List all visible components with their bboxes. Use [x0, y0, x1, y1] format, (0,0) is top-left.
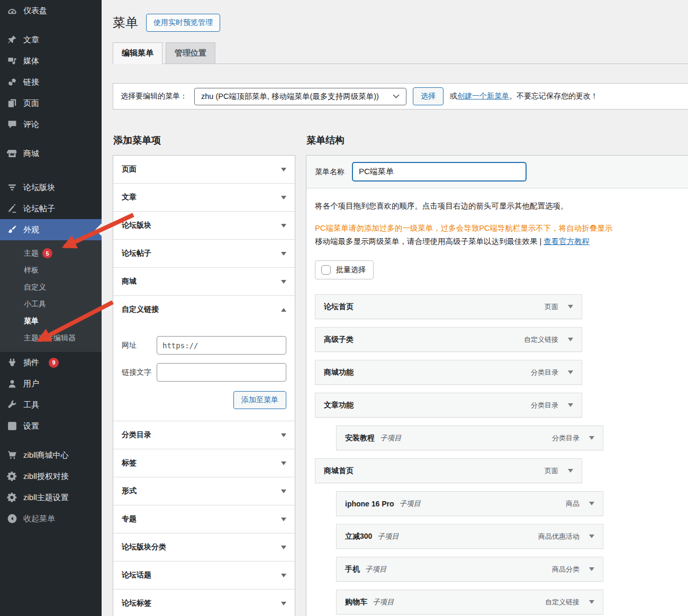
admin-sidebar-nav: 仪表盘文章媒体链接页面评论商城论坛版块论坛帖子外观主题5样板自定义小工具菜单主题… [0, 0, 102, 529]
menu-item-bar[interactable]: 文章功能分类目录 [315, 393, 582, 418]
menu-item-label: 手机 [345, 565, 360, 574]
triangle-down-icon[interactable] [589, 600, 594, 604]
menu-item-bar[interactable]: 商城功能分类目录 [315, 360, 582, 385]
sidebar-submenu-item-customize[interactable]: 自定义 [0, 279, 102, 296]
collapse-icon [7, 513, 17, 524]
menu-name-input[interactable] [352, 162, 527, 182]
accordion-section-label: 分类目录 [122, 430, 151, 440]
sidebar-item-posts[interactable]: 文章 [0, 29, 102, 50]
accordion-section-collapsed[interactable]: 文章 [113, 183, 295, 211]
triangle-down-icon [281, 518, 286, 521]
bulk-select-toggle[interactable]: 批量选择 [315, 260, 374, 279]
sidebar-submenu-item-widgets[interactable]: 小工具 [0, 296, 102, 313]
sidebar-item-label: 工具 [23, 400, 39, 410]
menus-columns: 添加菜单项 页面文章论坛版块论坛帖子商城自定义链接网址链接文字添加至菜单分类目录… [113, 134, 688, 616]
menu-item-bar[interactable]: iphone 16 Pro子项目商品 [336, 491, 603, 516]
sidebar-item-zibll-theme-settings[interactable]: zibll主题设置 [0, 487, 102, 508]
triangle-down-icon[interactable] [568, 305, 573, 309]
accordion-section-collapsed[interactable]: 商城 [113, 267, 295, 295]
sidebar-item-label: 仪表盘 [23, 5, 47, 16]
sidebar-item-users[interactable]: 用户 [0, 373, 102, 394]
sidebar-item-label: 插件 [23, 357, 39, 368]
accordion-section-label: 论坛帖子 [122, 249, 151, 258]
tab-edit-menus[interactable]: 编辑菜单 [113, 42, 162, 64]
menu-select-bar: 选择要编辑的菜单： zhu (PC端顶部菜单, 移动端菜单(最多支持两级菜单))… [113, 83, 688, 110]
menu-item-bar[interactable]: 商城首页页面 [315, 458, 582, 483]
sidebar-item-label: 页面 [23, 98, 39, 108]
menu-select-dropdown[interactable]: zhu (PC端顶部菜单, 移动端菜单(最多支持两级菜单)) [194, 88, 406, 105]
menu-items-list: 论坛首页页面高级子类自定义链接商城功能分类目录文章功能分类目录安装教程子项目分类… [315, 294, 681, 614]
menu-item-bar[interactable]: 高级子类自定义链接 [315, 327, 582, 352]
triangle-down-icon[interactable] [589, 436, 594, 440]
accordion-section-collapsed[interactable]: 论坛标签 [113, 589, 295, 616]
menu-item-bar[interactable]: 购物车子项目自定义链接 [336, 590, 603, 614]
sidebar-item-comments[interactable]: 评论 [0, 114, 102, 135]
triangle-down-icon[interactable] [589, 535, 594, 538]
accordion-section-collapsed[interactable]: 标签 [113, 449, 295, 477]
sidebar-item-media[interactable]: 媒体 [0, 50, 102, 71]
sidebar-item-store[interactable]: 商城 [0, 143, 102, 164]
sidebar-submenu-item-themes[interactable]: 主题5 [0, 244, 102, 262]
url-input[interactable] [157, 336, 286, 355]
wrench-icon [7, 400, 17, 410]
menu-item-bar[interactable]: 手机子项目商品分类 [336, 557, 603, 582]
sidebar-item-forum-sections[interactable]: 论坛版块 [0, 177, 102, 198]
sidebar-item-settings[interactable]: 设置 [0, 415, 102, 437]
triangle-down-icon[interactable] [568, 469, 573, 473]
sidebar-item-links[interactable]: 链接 [0, 71, 102, 93]
sidebar-item-label: 设置 [23, 421, 39, 431]
sidebar-item-collapse-menu[interactable]: 收起菜单 [0, 508, 102, 529]
select-menu-button[interactable]: 选择 [413, 87, 443, 105]
accordion-section-collapsed[interactable]: 形式 [113, 477, 295, 505]
accordion-section-collapsed[interactable]: 分类目录 [113, 421, 295, 449]
custom-link-actions: 添加至菜单 [122, 391, 286, 409]
sidebar-item-dashboard[interactable]: 仪表盘 [0, 0, 102, 21]
link-text-label: 链接文字 [122, 368, 157, 377]
menu-name-row: 菜单名称 [306, 156, 688, 188]
menu-item-label: 商城首页 [324, 466, 354, 476]
accordion-section-collapsed[interactable]: 论坛版块分类 [113, 533, 295, 561]
menu-item-meta: 分类目录 [531, 401, 573, 410]
triangle-down-icon[interactable] [568, 338, 573, 341]
url-label: 网址 [122, 341, 157, 350]
triangle-down-icon[interactable] [589, 502, 594, 505]
sidebar-submenu-item-menus[interactable]: 菜单 [0, 313, 102, 330]
sidebar-submenu-item-theme-editor[interactable]: 主题文件编辑器 [0, 330, 102, 347]
menu-item-bar[interactable]: 立减300子项目商品优惠活动 [336, 524, 603, 549]
accordion-section-collapsed[interactable]: 页面 [113, 156, 295, 183]
accordion-section-collapsed[interactable]: 专题 [113, 505, 295, 533]
forum-icon [7, 182, 17, 193]
live-preview-button[interactable]: 使用实时预览管理 [146, 14, 220, 32]
triangle-down-icon[interactable] [568, 403, 573, 407]
accordion-section-custom-links[interactable]: 自定义链接 [113, 295, 295, 323]
sidebar-item-label: zibll授权对接 [23, 471, 69, 482]
accordion-section-collapsed[interactable]: 论坛版块 [113, 211, 295, 239]
accordion-section-label: 页面 [122, 165, 137, 174]
accordion-section-label: 论坛版块分类 [122, 542, 166, 552]
sidebar-submenu-item-templates[interactable]: 样板 [0, 262, 102, 279]
sidebar-item-label: zibll商城中心 [23, 450, 69, 460]
tab-manage-locations[interactable]: 管理位置 [166, 42, 215, 64]
sidebar-item-forum-posts[interactable]: 论坛帖子 [0, 198, 102, 219]
sidebar-item-appearance[interactable]: 外观 [0, 219, 102, 240]
menu-item-bar[interactable]: 安装教程子项目分类目录 [336, 425, 603, 450]
sidebar-item-pages[interactable]: 页面 [0, 93, 102, 114]
sidebar-item-zibll-license[interactable]: zibll授权对接 [0, 466, 102, 487]
accordion-section-collapsed[interactable]: 论坛话题 [113, 561, 295, 589]
create-menu-link[interactable]: 创建一个新菜单 [457, 92, 509, 100]
menu-item-meta: 自定义链接 [524, 335, 573, 345]
sidebar-item-zibll-store-center[interactable]: zibll商城中心 [0, 445, 102, 466]
sidebar-item-tools[interactable]: 工具 [0, 394, 102, 415]
triangle-down-icon[interactable] [568, 370, 573, 374]
tutorial-link[interactable]: 查看官方教程 [544, 237, 590, 246]
bulk-select-checkbox[interactable] [321, 265, 331, 275]
accordion-section-collapsed[interactable]: 论坛帖子 [113, 239, 295, 267]
sidebar-item-plugins[interactable]: 插件9 [0, 352, 102, 373]
add-to-menu-button[interactable]: 添加至菜单 [233, 391, 286, 409]
menu-item-label: 高级子类 [324, 335, 354, 345]
triangle-down-icon[interactable] [589, 567, 594, 571]
forum-post-icon [7, 203, 17, 214]
link-text-input[interactable] [157, 363, 286, 382]
menu-item-bar[interactable]: 论坛首页页面 [315, 294, 582, 319]
sidebar-submenu-label: 主题文件编辑器 [24, 333, 76, 343]
